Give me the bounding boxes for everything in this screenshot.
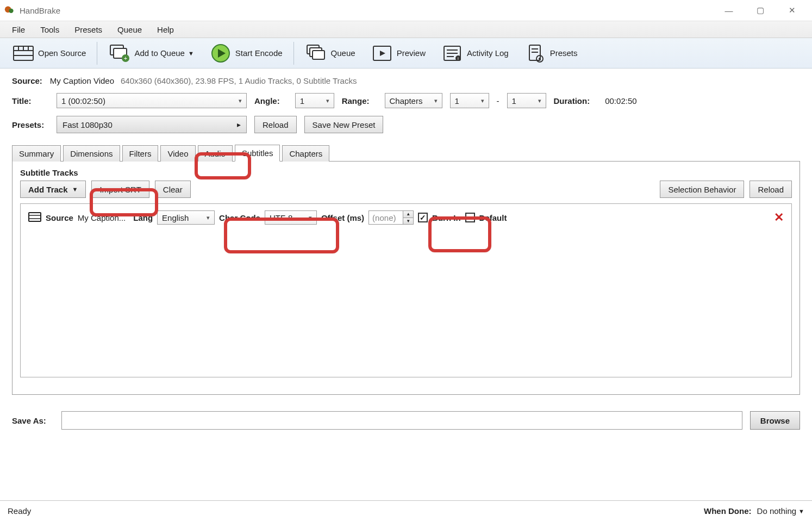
save-new-preset-button[interactable]: Save New Preset — [304, 116, 384, 133]
import-srt-button[interactable]: Import SRT — [91, 181, 149, 198]
source-name: My Caption Video — [50, 76, 114, 85]
subtitle-tracks-header: Subtitle Tracks — [20, 168, 792, 177]
browse-button[interactable]: Browse — [750, 411, 800, 430]
when-done-value[interactable]: Do nothing — [757, 506, 797, 516]
statusbar: Ready When Done: Do nothing ▼ — [0, 500, 812, 521]
window-close-button[interactable]: ✕ — [776, 0, 808, 21]
dropdown-arrow-icon: ▼ — [188, 50, 194, 57]
spinner-up-icon[interactable]: ▲ — [403, 211, 413, 218]
default-label: Default — [479, 213, 507, 222]
presets-button[interactable]: Presets — [516, 39, 585, 68]
stack-plus-icon: + — [108, 42, 131, 65]
window-maximize-button[interactable]: ▢ — [745, 0, 776, 21]
chevron-down-icon: ▾ — [309, 214, 312, 221]
open-source-label: Open Source — [38, 48, 86, 58]
svg-rect-16 — [313, 51, 324, 59]
queue-label: Queue — [331, 48, 355, 58]
open-source-button[interactable]: Open Source — [4, 39, 93, 68]
range-separator: - — [497, 96, 499, 106]
chevron-down-icon: ▾ — [538, 97, 541, 104]
menu-presets[interactable]: Presets — [67, 23, 110, 36]
duration-value: 00:02:50 — [605, 96, 636, 106]
window-minimize-button[interactable]: — — [713, 0, 745, 21]
app-icon — [4, 5, 15, 16]
track-lang-label: Lang — [133, 213, 153, 222]
menu-help[interactable]: Help — [149, 23, 182, 36]
clear-subtitles-button[interactable]: Clear — [155, 181, 191, 198]
tab-filters[interactable]: Filters — [122, 145, 159, 162]
preset-dropdown[interactable]: Fast 1080p30 ▸ — [57, 116, 247, 133]
svg-point-1 — [9, 9, 13, 13]
menu-file[interactable]: File — [4, 23, 33, 36]
range-to-select[interactable]: 1 ▾ — [507, 93, 546, 108]
chevron-down-icon: ▾ — [239, 97, 242, 104]
save-as-input[interactable] — [61, 411, 742, 430]
angle-label: Angle: — [254, 96, 280, 106]
add-track-button[interactable]: Add Track ▼ — [20, 181, 86, 198]
range-to-value: 1 — [512, 96, 516, 106]
app-title: HandBrake — [20, 6, 60, 15]
track-charcode-select[interactable]: UTF-8 ▾ — [265, 210, 317, 225]
track-offset-input[interactable]: (none) — [368, 210, 403, 225]
duration-label: Duration: — [554, 96, 590, 106]
add-to-queue-label: Add to Queue — [134, 48, 185, 58]
preview-play-icon — [371, 42, 393, 65]
angle-select[interactable]: 1 ▾ — [295, 93, 334, 108]
preview-button[interactable]: Preview — [363, 39, 433, 68]
subtitle-tracks-area: Source My Caption... Lang English ▾ Char… — [20, 203, 792, 377]
play-icon — [209, 42, 232, 65]
spinner-down-icon[interactable]: ▼ — [403, 218, 413, 225]
titlebar: HandBrake — ▢ ✕ — [0, 0, 812, 21]
title-label: Title: — [12, 96, 41, 106]
range-type-select[interactable]: Chapters ▾ — [385, 93, 442, 108]
title-select-value: 1 (00:02:50) — [61, 96, 105, 106]
add-to-queue-button[interactable]: + Add to Queue ▼ — [101, 39, 201, 68]
svg-text:i: i — [458, 56, 459, 61]
toolbar: Open Source + Add to Queue ▼ Start Encod… — [0, 38, 812, 69]
angle-value: 1 — [300, 96, 304, 106]
tab-chapters[interactable]: Chapters — [282, 145, 329, 162]
svg-text:+: + — [124, 55, 127, 61]
presets-label: Presets — [550, 48, 578, 58]
tab-audio[interactable]: Audio — [198, 145, 233, 162]
toolbar-separator — [293, 42, 294, 65]
chevron-down-icon: ▾ — [481, 97, 484, 104]
delete-track-icon[interactable]: ✕ — [774, 210, 784, 225]
tab-subtitles[interactable]: Subtitles — [235, 145, 280, 162]
source-details: 640x360 (640x360), 23.98 FPS, 1 Audio Tr… — [121, 76, 357, 85]
tab-dimensions[interactable]: Dimensions — [63, 145, 120, 162]
menu-tools[interactable]: Tools — [33, 23, 67, 36]
activity-log-button[interactable]: i Activity Log — [433, 39, 516, 68]
track-source-value: My Caption... — [78, 213, 126, 222]
track-lang-value: English — [162, 213, 189, 222]
subtitle-track-row: Source My Caption... Lang English ▾ Char… — [28, 210, 784, 225]
chevron-down-icon: ▼ — [798, 508, 804, 514]
queue-stack-icon — [305, 42, 328, 65]
track-lang-select[interactable]: English ▾ — [157, 210, 215, 225]
reload-preset-button[interactable]: Reload — [254, 116, 297, 133]
burn-in-label: Burn In — [432, 213, 461, 222]
default-checkbox[interactable] — [465, 213, 475, 222]
start-encode-button[interactable]: Start Encode — [202, 39, 290, 68]
chevron-down-icon: ▼ — [72, 186, 78, 193]
title-select[interactable]: 1 (00:02:50) ▾ — [57, 93, 247, 108]
tab-summary[interactable]: Summary — [12, 145, 61, 162]
track-source-label: Source — [46, 213, 73, 222]
presets-label: Presets: — [12, 120, 41, 129]
menubar: File Tools Presets Queue Help — [0, 21, 812, 38]
svg-rect-30 — [29, 213, 41, 221]
range-from-select[interactable]: 1 ▾ — [450, 93, 489, 108]
reload-subtitles-button[interactable]: Reload — [749, 181, 792, 198]
chevron-down-icon: ▾ — [326, 97, 329, 104]
add-track-label: Add Track — [28, 185, 68, 194]
menu-queue[interactable]: Queue — [110, 23, 149, 36]
selection-behavior-button[interactable]: Selection Behavior — [660, 181, 744, 198]
tab-video[interactable]: Video — [160, 145, 195, 162]
activity-log-label: Activity Log — [467, 48, 509, 58]
offset-spinner[interactable]: ▲ ▼ — [403, 210, 414, 225]
queue-button[interactable]: Queue — [297, 39, 363, 68]
chevron-down-icon: ▾ — [434, 97, 438, 104]
svg-point-29 — [539, 58, 541, 60]
burn-in-checkbox[interactable] — [418, 213, 428, 222]
film-icon — [28, 212, 41, 224]
